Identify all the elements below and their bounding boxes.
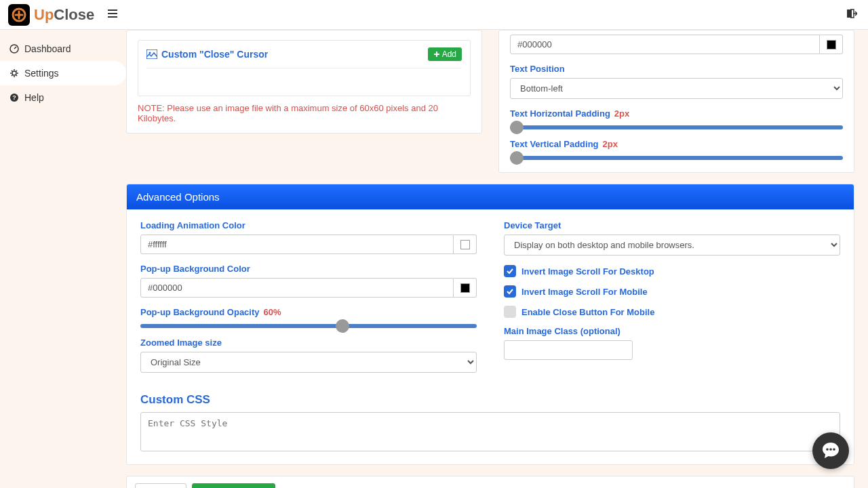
- zoom-select[interactable]: Original Size: [140, 352, 477, 373]
- popup-bg-input[interactable]: [140, 278, 454, 298]
- main-class-input[interactable]: [504, 340, 633, 360]
- text-hpad-slider[interactable]: [510, 125, 843, 129]
- topbar: UpClose: [0, 0, 868, 30]
- save-button[interactable]: Save Settings: [192, 483, 275, 488]
- invert-mobile-label: Invert Image Scroll For Mobile: [521, 287, 648, 297]
- logo-text: UpClose: [34, 6, 94, 24]
- zoom-label: Zoomed Image size: [140, 338, 477, 348]
- svg-point-8: [826, 448, 829, 451]
- advanced-panel: Advanced Options Loading Animation Color…: [126, 184, 854, 465]
- sidebar-item-label: Help: [24, 92, 44, 103]
- sidebar-item-help[interactable]: ? Help: [0, 85, 126, 110]
- text-position-label: Text Position: [510, 64, 843, 74]
- sidebar-item-label: Dashboard: [24, 43, 71, 54]
- popup-bg-swatch-button[interactable]: [454, 278, 477, 298]
- close-mobile-checkbox[interactable]: [504, 306, 516, 318]
- logo-mark-icon: [8, 4, 30, 26]
- text-color-swatch-button[interactable]: [820, 35, 843, 54]
- opacity-label: Pop-up Background Opacity60%: [140, 307, 477, 317]
- text-vpad-label: Text Vertical Padding2px: [510, 139, 843, 149]
- logo[interactable]: UpClose: [8, 4, 94, 26]
- plus-icon: [433, 51, 440, 58]
- text-settings-card: Text Position Bottom-left Text Horizonta…: [498, 30, 854, 173]
- invert-desktop-checkbox[interactable]: [504, 265, 516, 277]
- device-target-label: Device Target: [504, 220, 840, 230]
- help-icon: ?: [9, 93, 19, 102]
- loading-color-swatch-button[interactable]: [454, 235, 477, 254]
- cancel-button[interactable]: Cancel: [135, 483, 186, 488]
- text-position-select[interactable]: Bottom-left: [510, 78, 843, 99]
- custom-css-title: Custom CSS: [140, 393, 840, 407]
- svg-point-3: [12, 71, 16, 75]
- popup-bg-label: Pop-up Background Color: [140, 264, 477, 274]
- svg-rect-1: [847, 9, 852, 18]
- invert-desktop-label: Invert Image Scroll For Desktop: [521, 266, 654, 277]
- text-hpad-label: Text Horizontal Padding2px: [510, 108, 843, 119]
- svg-point-10: [833, 448, 835, 451]
- loading-color-input[interactable]: [140, 235, 454, 254]
- cursor-note: NOTE: Please use an image file with a ma…: [138, 103, 471, 123]
- hamburger-icon[interactable]: [108, 9, 117, 21]
- svg-text:?: ?: [12, 94, 16, 101]
- add-cursor-button[interactable]: Add: [428, 47, 462, 61]
- sidebar: Dashboard Settings ? Help: [0, 30, 126, 488]
- invert-mobile-checkbox[interactable]: [504, 285, 516, 298]
- custom-css-textarea[interactable]: [140, 412, 840, 451]
- text-vpad-slider[interactable]: [510, 156, 843, 160]
- svg-point-9: [829, 448, 832, 451]
- sidebar-item-settings[interactable]: Settings: [0, 61, 126, 85]
- advanced-panel-header: Advanced Options: [127, 184, 854, 209]
- chat-fab[interactable]: [812, 432, 849, 469]
- device-target-select[interactable]: Display on both desktop and mobile brows…: [504, 235, 840, 256]
- main-content: Custom "Close" Cursor Add NOTE: Please u…: [126, 30, 868, 488]
- close-mobile-label: Enable Close Button For Mobile: [521, 307, 654, 317]
- cursor-card: Custom "Close" Cursor Add NOTE: Please u…: [126, 30, 482, 134]
- cursor-card-title: Custom "Close" Cursor: [146, 49, 268, 60]
- text-color-input[interactable]: [510, 35, 820, 54]
- main-class-label: Main Image Class (optional): [504, 326, 840, 336]
- sidebar-item-dashboard[interactable]: Dashboard: [0, 37, 126, 61]
- dashboard-icon: [9, 44, 19, 54]
- chat-icon: [821, 441, 841, 461]
- logout-icon[interactable]: [846, 8, 857, 21]
- opacity-slider[interactable]: [140, 324, 477, 328]
- gear-icon: [9, 68, 19, 78]
- footer-bar: Cancel Save Settings: [126, 476, 854, 488]
- image-icon: [146, 49, 157, 59]
- sidebar-item-label: Settings: [24, 68, 59, 79]
- loading-color-label: Loading Animation Color: [140, 220, 477, 230]
